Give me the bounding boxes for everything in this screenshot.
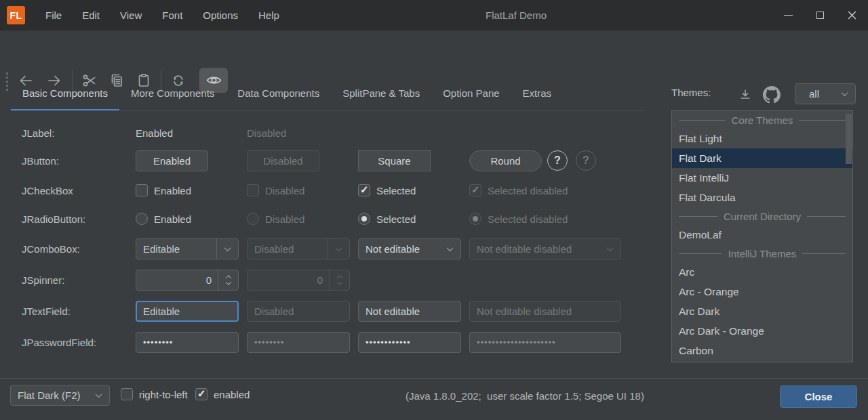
combobox-not-editable[interactable]: Not editable: [358, 238, 461, 259]
checkbox-label: Selected disabled: [488, 185, 568, 196]
textfield-editable[interactable]: Editable: [136, 301, 239, 322]
theme-item-flat-dark[interactable]: Flat Dark: [672, 148, 852, 168]
tab-option-pane[interactable]: Option Pane: [431, 79, 511, 111]
checkbox-label: Selected: [376, 185, 416, 196]
jradiobutton-row-label: JRadioButton:: [22, 213, 85, 225]
combobox-arrow-button: [599, 239, 620, 259]
github-button[interactable]: [761, 84, 783, 106]
checkbox-selected[interactable]: Selected: [358, 184, 416, 196]
combobox-arrow-button[interactable]: [216, 239, 238, 259]
tab-splitpane-tabs[interactable]: SplitPane & Tabs: [331, 79, 431, 111]
jbutton-row-label: JButton:: [22, 155, 59, 167]
theme-filter-value: all: [809, 88, 819, 100]
radio-disabled: Disabled: [247, 213, 304, 225]
laf-combobox[interactable]: Flat Dark (F2): [10, 385, 110, 406]
chevron-down-icon: [446, 245, 453, 251]
spinner-buttons[interactable]: [218, 270, 238, 290]
flatlaf-demo-window: FL File Edit View Font Options Help Flat…: [0, 0, 868, 420]
tab-more-components[interactable]: More Components: [119, 79, 226, 111]
maximize-button[interactable]: [804, 0, 836, 30]
chevron-down-icon: [224, 245, 231, 251]
combobox-arrow-button[interactable]: [439, 239, 460, 259]
theme-item-flat-light[interactable]: Flat Light: [672, 129, 852, 148]
enabled-button[interactable]: Enabled: [136, 150, 208, 171]
laf-combobox-value: Flat Dark (F2): [11, 390, 87, 401]
window-title: FlatLaf Demo: [486, 0, 547, 30]
theme-item-demolaf[interactable]: DemoLaf: [672, 225, 852, 245]
menu-file[interactable]: File: [35, 0, 72, 30]
spinner-buttons: [329, 270, 349, 290]
theme-item-arc-dark[interactable]: Arc Dark: [672, 301, 852, 321]
chevron-down-icon: [95, 391, 102, 398]
theme-item-carbon[interactable]: Carbon: [672, 341, 852, 360]
menu-help[interactable]: Help: [248, 0, 290, 30]
round-button[interactable]: Round: [469, 150, 542, 171]
toolbar-grip[interactable]: [6, 72, 8, 91]
help-button[interactable]: ?: [547, 150, 568, 171]
radio-selected-disabled: Selected disabled: [469, 213, 568, 225]
theme-item-flat-intellij[interactable]: Flat IntelliJ: [672, 168, 852, 188]
jlabel-enabled: Enabled: [136, 127, 173, 139]
checkbox-enabled[interactable]: Enabled: [136, 184, 191, 196]
chevron-down-icon: [336, 245, 342, 251]
combobox-arrow-button: [328, 239, 349, 259]
theme-item-flat-darcula[interactable]: Flat Darcula: [672, 188, 852, 207]
themes-list: Core Themes Flat Light Flat Dark Flat In…: [671, 110, 853, 362]
theme-item-arc-dark-orange[interactable]: Arc Dark - Orange: [672, 321, 852, 341]
theme-group-label: IntelliJ Themes: [728, 248, 797, 259]
help-button-disabled: ?: [576, 150, 596, 171]
tab-area-border: [11, 110, 643, 111]
spinner-value[interactable]: 0: [136, 270, 218, 290]
themes-list-scrollbar[interactable]: [846, 114, 852, 164]
theme-item-arc[interactable]: Arc: [672, 262, 852, 282]
theme-group-label: Current Directory: [724, 211, 801, 222]
tab-bar: Basic Components More Components Data Co…: [11, 79, 563, 111]
theme-item-arc-orange[interactable]: Arc - Orange: [672, 282, 852, 301]
window-controls: [772, 0, 868, 30]
spinner-enabled[interactable]: 0: [136, 270, 239, 291]
passwordfield-not-editable[interactable]: ••••••••••••: [358, 332, 461, 353]
checkbox-label: enabled: [214, 389, 250, 400]
passwordfield-disabled: ••••••••: [247, 332, 350, 353]
textfield-not-editable[interactable]: Not editable: [358, 301, 461, 322]
checkbox-selected-disabled: Selected disabled: [469, 184, 568, 196]
menu-edit[interactable]: Edit: [72, 0, 110, 30]
close-window-button[interactable]: [836, 0, 868, 30]
menu-font[interactable]: Font: [152, 0, 193, 30]
jlabel-row-label: JLabel:: [22, 127, 54, 139]
jspinner-row-label: JSpinner:: [22, 274, 64, 286]
radio-icon: [247, 213, 259, 225]
checkbox-checked-icon: [469, 184, 481, 196]
tab-basic-components[interactable]: Basic Components: [11, 79, 119, 111]
combobox-value: Disabled: [248, 243, 328, 255]
jcheckbox-row-label: JCheckBox: [22, 185, 73, 196]
download-themes-button[interactable]: [735, 85, 755, 104]
jcombobox-row-label: JComboBox:: [22, 243, 80, 255]
radio-selected[interactable]: Selected: [358, 213, 416, 225]
radio-selected-icon: [469, 213, 481, 225]
title-bar: FL File Edit View Font Options Help Flat…: [0, 0, 868, 30]
tab-data-components[interactable]: Data Components: [226, 79, 331, 111]
menu-options[interactable]: Options: [193, 0, 248, 30]
radio-label: Selected disabled: [488, 213, 568, 225]
toolbar: [0, 30, 868, 72]
passwordfield-enabled[interactable]: ••••••••: [136, 332, 239, 353]
minimize-button[interactable]: [772, 0, 804, 30]
passwordfield-not-editable-disabled: •••••••••••••••••••••: [469, 332, 621, 353]
theme-filter-combobox[interactable]: all: [795, 83, 856, 104]
enabled-checkbox[interactable]: enabled: [195, 388, 250, 400]
tab-extras[interactable]: Extras: [511, 79, 564, 111]
combobox-arrow-button[interactable]: [87, 385, 109, 405]
maximize-icon: [816, 12, 824, 19]
github-icon: [763, 86, 781, 104]
radio-selected-icon: [358, 213, 370, 225]
radio-enabled[interactable]: Enabled: [136, 213, 191, 225]
menu-view[interactable]: View: [110, 0, 152, 30]
combobox-editable[interactable]: Editable: [136, 238, 239, 259]
textfield-disabled: Disabled: [247, 301, 350, 322]
combobox-value: Editable: [136, 243, 216, 255]
square-button[interactable]: Square: [358, 150, 431, 171]
themes-label: Themes:: [671, 87, 711, 98]
close-button[interactable]: Close: [780, 385, 857, 408]
right-to-left-checkbox[interactable]: right-to-left: [121, 388, 188, 400]
